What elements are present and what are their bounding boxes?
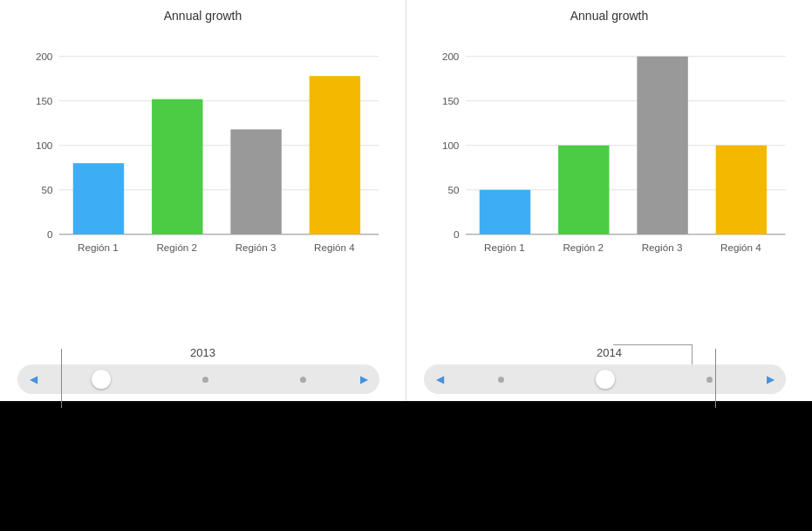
scroll-left-arrow-2[interactable]: ◀ [431, 371, 448, 388]
chart-panel-2: Annual growth 200 150 100 50 0 Región 1 [406, 0, 812, 401]
chart-area-1: 200 150 100 50 0 Región 1 Región 2 Regió… [17, 30, 388, 343]
callout-horizontal-2 [613, 344, 692, 345]
svg-text:200: 200 [36, 51, 53, 62]
bar-chart1-region2 [152, 99, 202, 235]
svg-text:Región 2: Región 2 [156, 242, 197, 253]
svg-text:Región 2: Región 2 [563, 242, 604, 253]
svg-text:200: 200 [442, 51, 460, 62]
connector-line-2 [715, 349, 716, 408]
svg-text:Región 4: Región 4 [314, 242, 355, 253]
svg-text:Región 3: Región 3 [642, 242, 683, 253]
scroll-left-arrow-1[interactable]: ◀ [24, 371, 42, 388]
chart-year-2: 2014 [597, 346, 622, 359]
scroll-dot-2a [498, 377, 504, 383]
svg-text:Región 1: Región 1 [484, 242, 525, 253]
connector-line-1 [61, 349, 62, 408]
chart-year-1: 2013 [190, 346, 215, 359]
bar-chart1-region4 [310, 76, 360, 235]
bar-chart1-region1 [73, 163, 124, 235]
scrollbar-1[interactable]: ◀ ▶ [17, 364, 379, 394]
scroll-dot-1b [300, 377, 306, 383]
chart-title-2: Annual growth [570, 9, 649, 23]
svg-text:50: 50 [447, 184, 459, 195]
bar-chart1-region3 [230, 129, 281, 234]
svg-text:100: 100 [442, 140, 460, 151]
scroll-dot-1a [202, 377, 208, 383]
scroll-thumb-1[interactable] [92, 370, 111, 389]
scrollbar-2[interactable]: ◀ ▶ [424, 364, 786, 394]
svg-text:Región 3: Región 3 [235, 242, 276, 253]
svg-text:Región 4: Región 4 [720, 242, 761, 253]
svg-text:100: 100 [36, 140, 53, 151]
scroll-right-arrow-2[interactable]: ▶ [761, 371, 779, 388]
svg-text:50: 50 [41, 184, 52, 195]
svg-text:0: 0 [454, 228, 460, 240]
scroll-right-arrow-1[interactable]: ▶ [355, 371, 372, 388]
chart-area-2: 200 150 100 50 0 Región 1 Región 2 Regió… [424, 30, 795, 343]
bar-chart2-region3 [637, 57, 687, 235]
chart-svg-1: 200 150 100 50 0 Región 1 Región 2 Regió… [17, 30, 388, 343]
chart-svg-2: 200 150 100 50 0 Región 1 Región 2 Regió… [424, 30, 795, 343]
bar-chart2-region2 [558, 146, 609, 235]
chart-title-1: Annual growth [164, 9, 242, 23]
bar-chart2-region4 [716, 146, 767, 235]
svg-text:150: 150 [36, 95, 53, 106]
chart-panel-1: Annual growth 200 150 100 50 0 Región 1 [0, 0, 406, 401]
bar-chart2-region1 [480, 190, 530, 235]
bottom-black-area [0, 401, 812, 531]
svg-text:150: 150 [442, 95, 460, 106]
scroll-dots-1 [42, 370, 355, 389]
svg-text:0: 0 [47, 228, 53, 240]
scroll-thumb-2[interactable] [596, 370, 615, 389]
scroll-dot-2b [706, 377, 713, 383]
svg-text:Región 1: Región 1 [78, 242, 119, 253]
